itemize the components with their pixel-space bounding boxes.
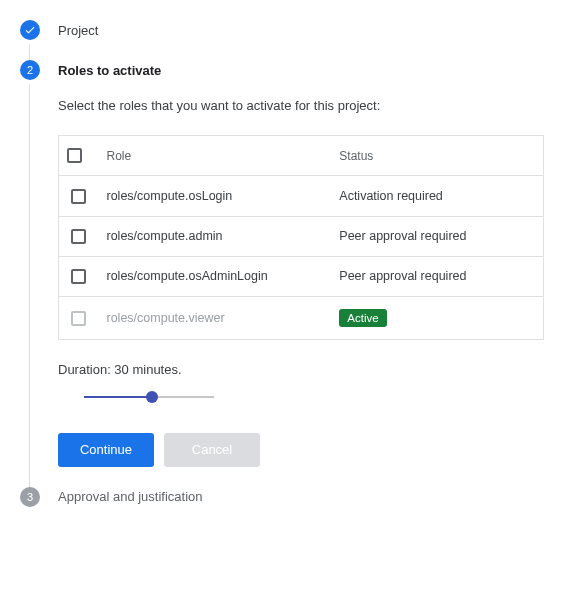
step-project-circle[interactable] — [20, 20, 40, 40]
step-roles: 2 Roles to activate Select the roles tha… — [20, 60, 544, 487]
row-checkbox[interactable] — [71, 229, 86, 244]
step-approval-number: 3 — [27, 491, 33, 503]
cancel-button[interactable]: Cancel — [164, 433, 260, 467]
role-name: roles/compute.viewer — [99, 296, 332, 339]
table-row: roles/compute.osLogin Activation require… — [59, 176, 544, 216]
role-name: roles/compute.osLogin — [99, 176, 332, 216]
role-status: Peer approval required — [331, 256, 543, 296]
row-checkbox — [71, 311, 86, 326]
role-status: Activation required — [331, 176, 543, 216]
row-checkbox[interactable] — [71, 269, 86, 284]
roles-table: Role Status roles/compute.osLogin Activa… — [58, 135, 544, 340]
slider-thumb[interactable] — [146, 391, 158, 403]
step-approval-circle: 3 — [20, 487, 40, 507]
role-status: Active — [331, 296, 543, 339]
step-roles-title: Roles to activate — [58, 63, 161, 78]
role-status: Peer approval required — [331, 216, 543, 256]
step-project: Project — [20, 20, 544, 60]
check-icon — [24, 24, 36, 36]
step-roles-circle: 2 — [20, 60, 40, 80]
table-row: roles/compute.admin Peer approval requir… — [59, 216, 544, 256]
role-name: roles/compute.admin — [99, 216, 332, 256]
step-roles-number: 2 — [27, 64, 33, 76]
header-role: Role — [99, 136, 332, 176]
roles-instruction: Select the roles that you want to activa… — [58, 98, 544, 113]
stepper: Project 2 Roles to activate Select the r… — [20, 20, 544, 527]
step-approval: 3 Approval and justification — [20, 487, 544, 527]
select-all-checkbox[interactable] — [67, 148, 82, 163]
table-row: roles/compute.osAdminLogin Peer approval… — [59, 256, 544, 296]
step-project-title: Project — [58, 23, 98, 38]
slider-fill — [84, 396, 152, 398]
step-actions: Continue Cancel — [58, 433, 544, 467]
continue-button[interactable]: Continue — [58, 433, 154, 467]
header-status: Status — [331, 136, 543, 176]
duration-slider[interactable] — [84, 389, 214, 405]
step-roles-content: Select the roles that you want to activa… — [48, 80, 544, 467]
duration-label: Duration: 30 minutes. — [58, 362, 544, 377]
header-checkbox-cell — [59, 136, 99, 176]
row-checkbox[interactable] — [71, 189, 86, 204]
role-name: roles/compute.osAdminLogin — [99, 256, 332, 296]
table-row: roles/compute.viewer Active — [59, 296, 544, 339]
step-approval-title: Approval and justification — [58, 489, 203, 504]
status-badge: Active — [339, 309, 386, 327]
